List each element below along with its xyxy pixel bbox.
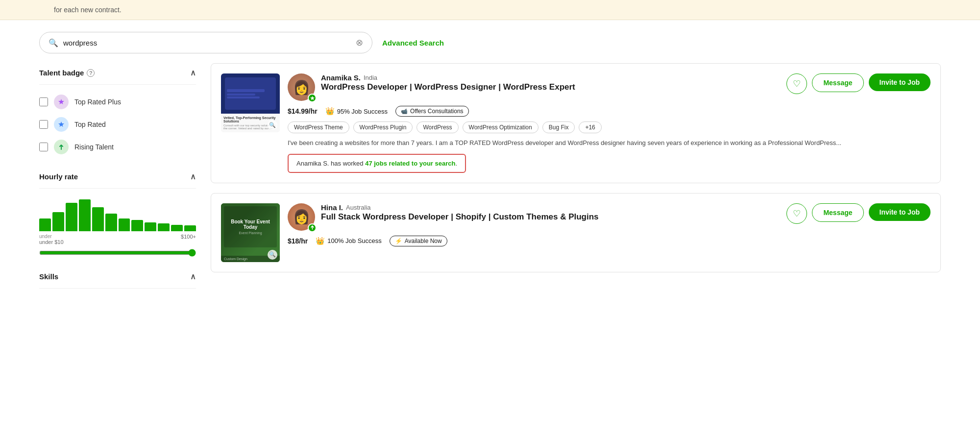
skill-tag[interactable]: WordPress Theme bbox=[288, 121, 349, 133]
talent-badge-label: Talent badge bbox=[39, 69, 84, 77]
thumbnail-zoom-icon[interactable]: 🔍 bbox=[268, 120, 277, 130]
card-thumbnail-anamika[interactable]: Vetted, Top-Performing Security Solution… bbox=[221, 73, 280, 132]
stats-row-hina: $18/hr 👑 100% Job Success ⚡ Available No… bbox=[288, 236, 931, 246]
top-banner: for each new contract. bbox=[0, 0, 980, 20]
top-rated-plus-option[interactable]: Top Rated Plus bbox=[39, 91, 196, 113]
skill-tag[interactable]: WordPress Plugin bbox=[353, 121, 413, 133]
freelancer-name-hina: Hina I. bbox=[321, 203, 343, 212]
card-actions-hina: ♡ Message Invite to Job bbox=[786, 203, 931, 224]
rate-slider[interactable] bbox=[39, 249, 196, 257]
rising-talent-checkbox[interactable] bbox=[39, 143, 48, 151]
svg-marker-1 bbox=[58, 121, 64, 127]
svg-marker-2 bbox=[310, 96, 315, 100]
skills-header[interactable]: Skills ∧ bbox=[39, 272, 196, 289]
rate-hina: $18/hr bbox=[288, 237, 308, 245]
message-button-hina[interactable]: Message bbox=[812, 203, 863, 222]
thumbnail-zoom-icon-hina[interactable]: 🔍 bbox=[268, 250, 277, 260]
freelancer-location-hina: Australia bbox=[346, 204, 371, 211]
job-success-hina: 👑 100% Job Success bbox=[316, 237, 382, 245]
invite-button-hina[interactable]: Invite to Job bbox=[869, 203, 931, 221]
hourly-rate-filter: Hourly rate ∧ bbox=[39, 172, 196, 258]
heart-button-anamika[interactable]: ♡ bbox=[786, 73, 807, 94]
invite-button-anamika[interactable]: Invite to Job bbox=[869, 73, 931, 91]
hourly-rate-header[interactable]: Hourly rate ∧ bbox=[39, 172, 196, 189]
video-icon-anamika: 📹 bbox=[401, 108, 408, 115]
skill-tag[interactable]: WordPress Optimization bbox=[463, 121, 539, 133]
search-box: 🔍 wordpress ⊗ bbox=[39, 32, 372, 53]
chart-bar-8 bbox=[131, 220, 143, 231]
available-label-hina: Available Now bbox=[405, 238, 442, 244]
hourly-rate-chart bbox=[39, 194, 196, 234]
chart-bar-3 bbox=[66, 203, 77, 232]
chart-bar-7 bbox=[119, 218, 130, 231]
freelancer-card-anamika: Vetted, Top-Performing Security Solution… bbox=[211, 63, 941, 183]
chart-bar-9 bbox=[145, 222, 156, 231]
talent-badge-chevron: ∧ bbox=[190, 68, 196, 77]
avatar-anamika: 👩 bbox=[288, 73, 315, 101]
card-actions-anamika: ♡ Message Invite to Job bbox=[786, 73, 931, 94]
chart-bar-2 bbox=[52, 212, 64, 231]
skills-label: Skills bbox=[39, 272, 58, 281]
consultation-badge-anamika[interactable]: 📹 Offers Consultations bbox=[395, 106, 469, 117]
top-rated-icon bbox=[54, 117, 69, 132]
avatar-hina: 👩 bbox=[288, 203, 315, 231]
lightning-icon-hina: ⚡ bbox=[395, 238, 402, 244]
rising-talent-option[interactable]: Rising Talent bbox=[39, 136, 196, 158]
svg-marker-0 bbox=[58, 99, 64, 104]
talent-badge-filter: Talent badge ? ∧ Top Rated Plus bbox=[39, 68, 196, 158]
message-button-anamika[interactable]: Message bbox=[812, 73, 863, 92]
clear-icon[interactable]: ⊗ bbox=[356, 37, 363, 48]
freelancer-title-hina: Full Stack Wordpress Developer | Shopify… bbox=[321, 212, 599, 222]
hourly-rate-label: Hourly rate bbox=[39, 172, 78, 181]
chart-bar-12 bbox=[184, 225, 196, 231]
card-thumbnail-hina[interactable]: Book Your Event Today Event Planning Cus… bbox=[221, 203, 280, 262]
advanced-search-link[interactable]: Advanced Search bbox=[382, 39, 444, 47]
chart-bar-5 bbox=[92, 207, 104, 231]
max-label: $100+ bbox=[181, 234, 196, 245]
heart-button-hina[interactable]: ♡ bbox=[786, 203, 807, 224]
top-rated-checkbox[interactable] bbox=[39, 120, 48, 129]
content-area: Talent badge ? ∧ Top Rated Plus bbox=[39, 63, 941, 302]
skill-tag[interactable]: Bug Fix bbox=[542, 121, 575, 133]
badge-overlay-hina bbox=[308, 223, 317, 232]
top-rated-plus-icon bbox=[54, 95, 69, 109]
top-rated-option[interactable]: Top Rated bbox=[39, 113, 196, 136]
consultation-label: Offers Consultations bbox=[410, 108, 464, 115]
rising-talent-icon bbox=[54, 140, 69, 154]
top-rated-label: Top Rated bbox=[74, 121, 106, 128]
skill-tag-more[interactable]: +16 bbox=[579, 121, 601, 133]
stats-row-anamika: $14.99/hr 👑 95% Job Success 📹 Offers Con… bbox=[288, 106, 931, 117]
help-icon[interactable]: ? bbox=[87, 69, 95, 77]
freelancer-title-anamika: WordPress Developer | WordPress Designer… bbox=[321, 82, 575, 93]
badge-overlay-anamika bbox=[308, 94, 317, 102]
sidebar: Talent badge ? ∧ Top Rated Plus bbox=[39, 63, 196, 302]
crown-icon-anamika: 👑 bbox=[325, 107, 335, 116]
min-label-under: under bbox=[39, 234, 64, 239]
chart-labels: under under $10 $100+ bbox=[39, 234, 196, 245]
top-rated-plus-label: Top Rated Plus bbox=[74, 98, 121, 106]
talent-badge-header[interactable]: Talent badge ? ∧ bbox=[39, 68, 196, 85]
search-row: 🔍 wordpress ⊗ Advanced Search bbox=[39, 20, 941, 63]
jobs-worked-box-anamika: Anamika S. has worked 47 jobs related to… bbox=[288, 154, 466, 173]
skill-tag[interactable]: WordPress bbox=[416, 121, 458, 133]
crown-icon-hina: 👑 bbox=[316, 237, 325, 245]
chart-bar-4 bbox=[79, 199, 91, 231]
job-success-anamika: 👑 95% Job Success bbox=[325, 107, 388, 116]
jobs-count-anamika: 47 jobs related to your search bbox=[365, 160, 455, 167]
results-area: Vetted, Top-Performing Security Solution… bbox=[211, 63, 941, 302]
skills-filter: Skills ∧ bbox=[39, 272, 196, 289]
rate-anamika: $14.99/hr bbox=[288, 107, 318, 115]
rising-talent-label: Rising Talent bbox=[74, 143, 114, 151]
chart-bar-6 bbox=[105, 214, 117, 231]
skills-row-anamika: WordPress Theme WordPress Plugin WordPre… bbox=[288, 121, 931, 133]
chart-bar-11 bbox=[171, 225, 183, 231]
top-rated-plus-checkbox[interactable] bbox=[39, 97, 48, 106]
min-label: under $10 bbox=[39, 239, 64, 245]
freelancer-name-anamika: Anamika S. bbox=[321, 73, 361, 82]
chart-bar-1 bbox=[39, 218, 51, 231]
search-input[interactable]: wordpress bbox=[63, 39, 351, 47]
chart-bar-10 bbox=[158, 223, 170, 231]
available-badge-hina[interactable]: ⚡ Available Now bbox=[390, 236, 447, 246]
freelancer-card-hina: Book Your Event Today Event Planning Cus… bbox=[211, 193, 941, 272]
search-icon: 🔍 bbox=[49, 38, 58, 48]
